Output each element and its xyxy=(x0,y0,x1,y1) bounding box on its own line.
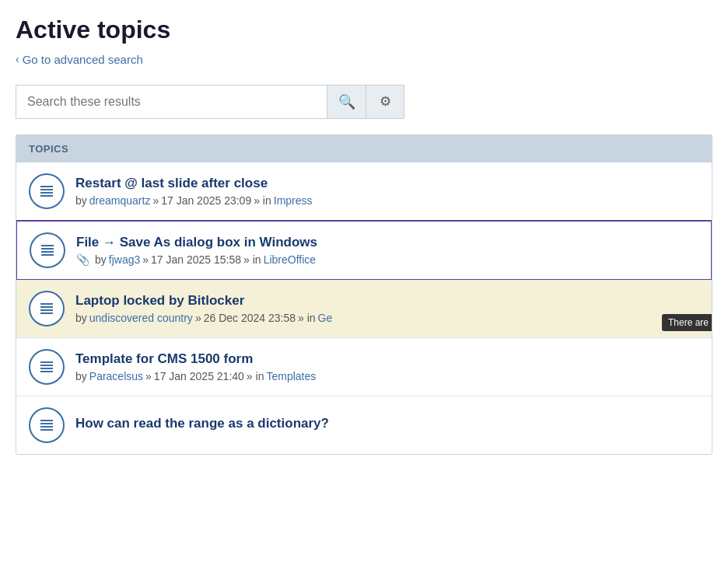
lines-icon xyxy=(37,182,56,201)
topic-title-link[interactable]: Laptop locked by Bitlocker xyxy=(75,293,699,309)
topics-header: TOPICS xyxy=(16,135,712,162)
lines-icon xyxy=(38,241,57,260)
topic-icon xyxy=(29,407,65,443)
topic-category-link[interactable]: Ge xyxy=(318,312,333,324)
topic-content: How can read the range as a dictionary? xyxy=(75,416,699,435)
table-row: Laptop locked by Bitlocker by undiscover… xyxy=(16,280,712,338)
settings-button[interactable]: ⚙ xyxy=(366,85,404,119)
page-container: Active topics ‹ Go to advanced search 🔍 … xyxy=(0,0,728,455)
table-row: How can read the range as a dictionary? xyxy=(16,396,712,454)
topic-icon xyxy=(29,291,65,326)
gear-icon: ⚙ xyxy=(380,93,391,110)
page-title: Active topics xyxy=(16,16,712,44)
topic-content: Restart @ last slide after close by drea… xyxy=(75,176,699,207)
tooltip-badge: There are xyxy=(662,314,712,331)
search-bar: 🔍 ⚙ xyxy=(16,85,442,119)
table-row: Restart @ last slide after close by drea… xyxy=(16,162,712,221)
topic-category-link[interactable]: Templates xyxy=(266,370,316,382)
topic-icon xyxy=(29,349,65,385)
topic-author-link[interactable]: Paracelsus xyxy=(89,370,143,382)
topic-icon xyxy=(29,173,65,209)
paperclip-icon: 📎 xyxy=(76,253,89,266)
topic-meta: by Paracelsus » 17 Jan 2025 21:40 » in T… xyxy=(75,370,699,382)
search-icon: 🔍 xyxy=(338,93,355,110)
topic-title-link[interactable]: How can read the range as a dictionary? xyxy=(75,416,699,431)
topic-meta: by undiscovered country » 26 Dec 2024 23… xyxy=(75,312,699,324)
topic-category-link[interactable]: LibreOffice xyxy=(264,253,316,266)
lines-icon xyxy=(37,299,56,318)
table-row: File → Save As dialog box in Windows 📎 b… xyxy=(16,220,712,281)
topic-meta: by dreamquartz » 17 Jan 2025 23:09 » in … xyxy=(75,194,699,207)
topic-title-link[interactable]: Template for CMS 1500 form xyxy=(75,351,699,367)
search-input[interactable] xyxy=(16,85,327,119)
lines-icon xyxy=(37,416,56,435)
advanced-search-link[interactable]: ‹ Go to advanced search xyxy=(16,53,143,66)
topic-author-link[interactable]: fjwag3 xyxy=(109,253,140,266)
chevron-left-icon: ‹ xyxy=(16,53,19,65)
topic-content: Laptop locked by Bitlocker by undiscover… xyxy=(75,293,699,324)
topic-author-link[interactable]: dreamquartz xyxy=(89,194,151,207)
topic-content: Template for CMS 1500 form by Paracelsus… xyxy=(75,351,699,382)
topic-icon xyxy=(30,232,65,268)
topic-title-link[interactable]: Restart @ last slide after close xyxy=(75,176,699,191)
topic-category-link[interactable]: Impress xyxy=(274,194,313,207)
topic-content: File → Save As dialog box in Windows 📎 b… xyxy=(76,235,698,266)
table-row: Template for CMS 1500 form by Paracelsus… xyxy=(16,338,712,396)
topic-meta: 📎 by fjwag3 » 17 Jan 2025 15:58 » in Lib… xyxy=(76,253,698,266)
topic-title-link[interactable]: File → Save As dialog box in Windows xyxy=(76,235,698,250)
lines-icon xyxy=(37,358,56,376)
topics-section: TOPICS Restart @ last slide after close … xyxy=(16,134,712,455)
search-button[interactable]: 🔍 xyxy=(327,85,366,119)
topic-author-link[interactable]: undiscovered country xyxy=(89,312,193,324)
